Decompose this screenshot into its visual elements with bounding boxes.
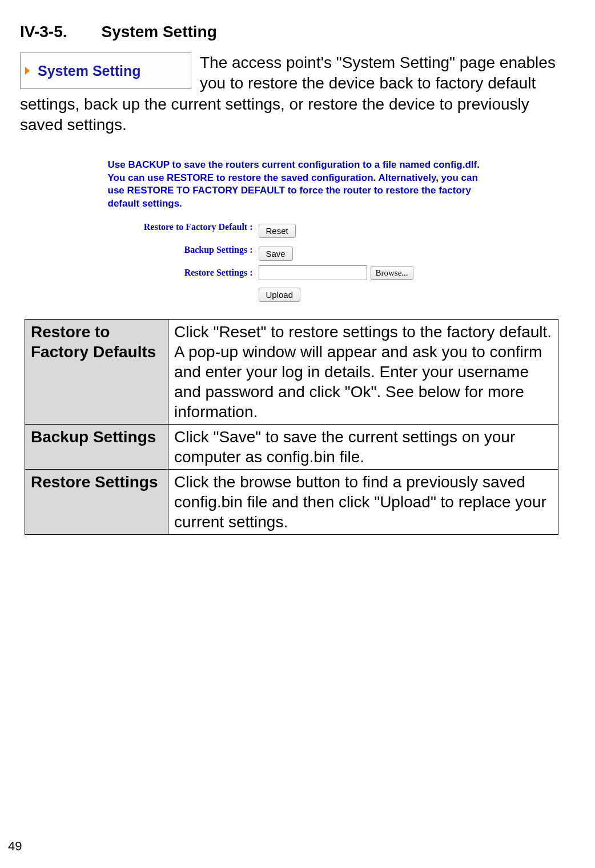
section-number: IV-3-5. bbox=[20, 23, 67, 41]
description-table: Restore to Factory Defaults Click "Reset… bbox=[25, 319, 558, 535]
backup-settings-desc: Click "Save" to save the current setting… bbox=[168, 425, 558, 470]
restore-factory-defaults-desc: Click "Reset" to restore settings to the… bbox=[168, 320, 558, 425]
browse-button[interactable]: Browse... bbox=[371, 267, 413, 280]
table-row: Restore to Factory Defaults Click "Reset… bbox=[25, 320, 558, 425]
section-heading: IV-3-5.System Setting bbox=[20, 23, 575, 41]
section-title: System Setting bbox=[101, 23, 216, 41]
backup-settings-key: Backup Settings bbox=[25, 425, 168, 470]
restore-settings-row: Restore Settings : Browse... Upload bbox=[108, 265, 488, 302]
restore-file-input[interactable] bbox=[259, 265, 367, 280]
restore-settings-desc: Click the browse button to find a previo… bbox=[168, 470, 558, 535]
upload-button[interactable]: Upload bbox=[259, 288, 301, 302]
help-text: Use BACKUP to save the routers current c… bbox=[108, 159, 488, 211]
restore-settings-key: Restore Settings bbox=[25, 470, 168, 535]
table-row: Restore Settings Click the browse button… bbox=[25, 470, 558, 535]
system-setting-box: System Setting bbox=[20, 53, 191, 89]
system-setting-box-label: System Setting bbox=[38, 62, 141, 80]
restore-factory-row: Restore to Factory Default : Reset bbox=[108, 220, 488, 238]
system-setting-ui-panel: Use BACKUP to save the routers current c… bbox=[108, 159, 488, 302]
restore-settings-label: Restore Settings : bbox=[108, 265, 259, 278]
reset-button[interactable]: Reset bbox=[259, 224, 296, 238]
table-row: Backup Settings Click "Save" to save the… bbox=[25, 425, 558, 470]
restore-factory-label: Restore to Factory Default : bbox=[108, 220, 259, 232]
save-button[interactable]: Save bbox=[259, 247, 293, 261]
intro-block: System Setting The access point's "Syste… bbox=[20, 53, 575, 136]
backup-settings-row: Backup Settings : Save bbox=[108, 243, 488, 261]
restore-factory-defaults-key: Restore to Factory Defaults bbox=[25, 320, 168, 425]
backup-settings-label: Backup Settings : bbox=[108, 243, 259, 255]
chevron-right-icon bbox=[25, 67, 30, 75]
